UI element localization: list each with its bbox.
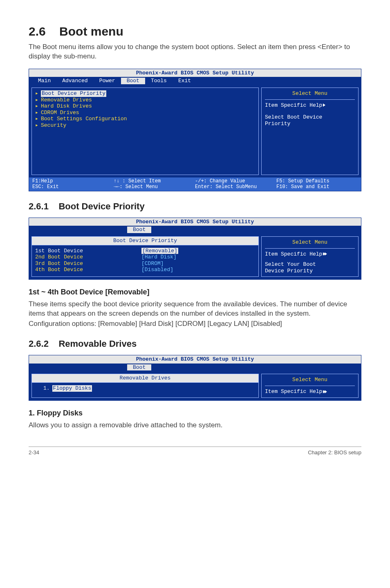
select-menu-label: Select Menu (265, 239, 355, 249)
bios-left-panel: Boot Device Priority 1st Boot Device[Rem… (31, 236, 259, 277)
help-text-line2: Priority (265, 121, 355, 127)
help-text-line2: Device Priority (265, 268, 355, 274)
list-item[interactable]: ▸Security (35, 122, 255, 129)
select-menu-label: Select Menu (265, 377, 355, 386)
bios-right-panel: Select Menu Item Specific Help (261, 374, 359, 397)
chevron-right-icon: ▸ (35, 116, 41, 122)
item-removable-drives: Removable Drives (41, 97, 92, 103)
help-text-line1: Select Boot Device (265, 114, 355, 121)
panel-subheader: Boot Device Priority (32, 237, 258, 245)
bios-title: Phoenix-Award BIOS CMOS Setup Utility (29, 218, 361, 226)
page-number: 2-34 (29, 449, 39, 456)
subsection-261: 2.6.1 Boot Device Priority (29, 201, 361, 212)
menubar-advanced[interactable]: Advanced (56, 78, 93, 84)
bios-title: Phoenix-Award BIOS CMOS Setup Utility (29, 69, 361, 77)
list-item[interactable]: ▸Boot Device Priority (35, 90, 255, 97)
list-item[interactable]: ▸Removable Drives (35, 97, 255, 103)
item-cdrom-drives: CDROM Drives (41, 110, 79, 116)
bios-left-panel: ▸Boot Device Priority ▸Removable Drives … (31, 88, 259, 175)
field-title-floppy: 1. Floppy Disks (29, 409, 361, 417)
item-boot-device-priority: Boot Device Priority (41, 90, 106, 97)
list-item[interactable]: ▸Boot Settings Configuration (35, 116, 255, 122)
list-item[interactable]: 4th Boot Device[Disabled] (35, 267, 255, 273)
item-boot-settings-config: Boot Settings Configuration (41, 116, 127, 122)
item-specific-help-label: Item Specific Help (265, 251, 355, 258)
menubar-boot[interactable]: Boot (127, 227, 151, 233)
bios-right-panel: Select Menu Item Specific Help Select Yo… (261, 236, 359, 277)
triangle-right-icon (322, 102, 325, 108)
value-removable: [Removable] (141, 248, 178, 254)
bios-screenshot-removable: Phoenix-Award BIOS CMOS Setup Utility Bo… (29, 355, 361, 400)
value-disabled: [Disabled] (141, 267, 173, 273)
triangle-right-icon (325, 251, 327, 257)
menubar-boot[interactable]: Boot (121, 78, 145, 84)
value-hard-disk: [Hard Disk] (141, 254, 177, 260)
menubar-tools[interactable]: Tools (145, 78, 173, 84)
subsection-number: 2.6.2 (29, 339, 49, 349)
bios-screenshot-main: Phoenix-Award BIOS CMOS Setup Utility Ma… (29, 69, 361, 191)
chevron-right-icon: ▸ (35, 122, 41, 129)
footer-col4: F5: Setup Defaults F10: Save and Exit (276, 178, 358, 190)
subsection-name: Removable Drives (58, 339, 137, 349)
section-title: 2.6 Boot menu (29, 25, 361, 38)
chevron-right-icon: ▸ (35, 110, 41, 116)
chevron-right-icon: ▸ (35, 97, 41, 103)
help-text-line1: Select Your Boot (265, 261, 355, 268)
subsection-name: Boot Device Priority (58, 201, 144, 211)
menubar-main[interactable]: Main (32, 78, 56, 84)
list-item[interactable]: 3rd Boot Device[CDROM] (35, 260, 255, 267)
value-cdrom: [CDROM] (141, 260, 164, 267)
chapter-label: Chapter 2: BIOS setup (308, 449, 361, 456)
panel-subheader: Removable Drives (32, 374, 258, 383)
menubar-boot[interactable]: Boot (127, 364, 151, 371)
item-hard-disk-drives: Hard Disk Drives (41, 103, 92, 110)
item-security: Security (41, 122, 66, 129)
select-menu-label: Select Menu (265, 90, 355, 100)
bios-title: Phoenix-Award BIOS CMOS Setup Utility (29, 355, 361, 364)
row-number: 1. (43, 385, 50, 392)
footer-col1: F1:Help ESC: Exit (32, 178, 114, 190)
bios-screenshot-bootpriority: Phoenix-Award BIOS CMOS Setup Utility Bo… (29, 218, 361, 280)
field1-p2: Configuration options: [Removable] [Hard… (29, 319, 361, 329)
row-2nd-boot-device: 2nd Boot Device (35, 254, 141, 260)
list-item[interactable]: ▸CDROM Drives (35, 110, 255, 116)
footer-col3: -/+: Change Value Enter: Select SubMenu (195, 178, 276, 190)
triangle-right-icon (325, 388, 327, 395)
section-intro: The Boot menu items allow you to change … (29, 43, 361, 61)
bios-footer: F1:Help ESC: Exit ↑↓ : Select Item →←: S… (29, 177, 361, 191)
menubar-power[interactable]: Power (94, 78, 121, 84)
row-3rd-boot-device: 3rd Boot Device (35, 260, 141, 267)
section-number: 2.6 (29, 25, 46, 38)
field1-p1: These items specify the boot device prio… (29, 300, 361, 319)
list-item[interactable]: 2nd Boot Device[Hard Disk] (35, 254, 255, 260)
list-item[interactable]: 1st Boot Device[Removable] (35, 248, 255, 254)
chevron-right-icon: ▸ (35, 103, 41, 110)
list-item[interactable]: 1. Floppy Disks (35, 385, 255, 392)
item-specific-help-label: Item Specific Help (265, 388, 355, 395)
bios-menubar: Main Advanced Power Boot Tools Exit (29, 77, 361, 85)
list-item[interactable]: ▸Hard Disk Drives (35, 103, 255, 110)
chevron-right-icon: ▸ (35, 90, 41, 97)
subsection-number: 2.6.1 (29, 201, 49, 211)
row-floppy-disks: Floppy Disks (52, 385, 92, 392)
footer-col2: ↑↓ : Select Item →←: Select Menu (114, 178, 195, 190)
row-1st-boot-device: 1st Boot Device (35, 248, 141, 254)
item-specific-help-label: Item Specific Help (265, 102, 355, 109)
bios-menubar: Boot (29, 226, 361, 234)
field2-p1: Allows you to assign a removable drive a… (29, 421, 361, 430)
subsection-262: 2.6.2 Removable Drives (29, 339, 361, 349)
bios-menubar: Boot (29, 364, 361, 372)
bios-left-panel: Removable Drives 1. Floppy Disks (31, 374, 259, 397)
menubar-exit[interactable]: Exit (173, 78, 197, 84)
bios-right-panel: Select Menu Item Specific Help Select Bo… (261, 88, 359, 175)
page-footer: 2-34 Chapter 2: BIOS setup (29, 447, 361, 456)
section-name: Boot menu (59, 25, 123, 38)
row-4th-boot-device: 4th Boot Device (35, 267, 141, 273)
field-title-1st4th: 1st ~ 4th Boot Device [Removable] (29, 288, 361, 296)
